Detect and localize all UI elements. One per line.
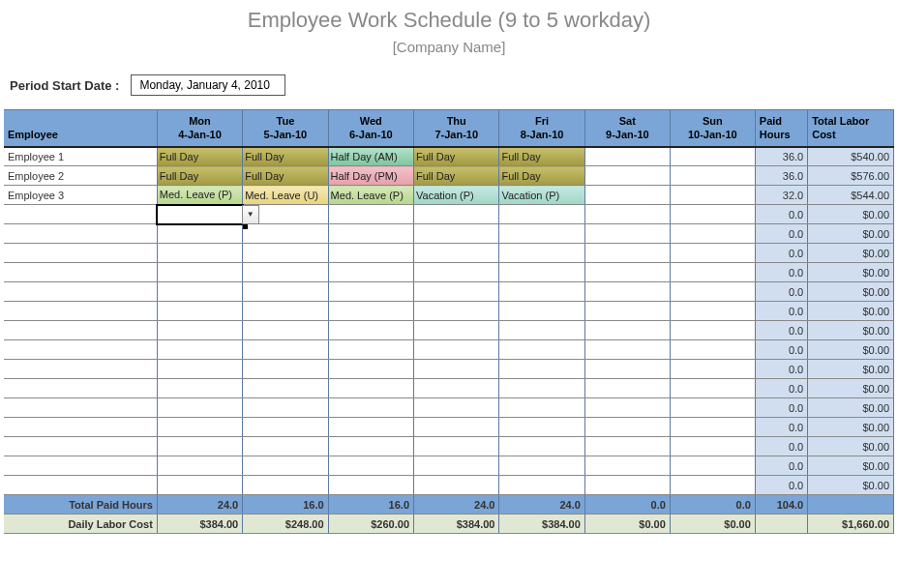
day-cell[interactable]: Full Day — [157, 147, 242, 166]
day-cell[interactable] — [328, 360, 413, 379]
day-cell[interactable] — [328, 340, 413, 360]
employee-cell[interactable] — [4, 456, 157, 476]
day-cell[interactable] — [414, 379, 499, 398]
day-cell[interactable] — [499, 340, 584, 360]
day-cell[interactable] — [670, 282, 755, 302]
day-cell[interactable] — [157, 476, 242, 495]
day-cell[interactable] — [243, 224, 328, 244]
day-cell[interactable] — [670, 244, 755, 263]
day-cell[interactable] — [499, 321, 584, 340]
day-cell[interactable] — [243, 282, 328, 302]
day-cell[interactable] — [670, 379, 755, 398]
day-cell[interactable] — [414, 263, 499, 282]
day-cell[interactable] — [499, 418, 584, 437]
day-cell[interactable]: Vacation (P) — [414, 186, 499, 205]
day-cell[interactable]: Full Day — [499, 147, 584, 166]
day-cell[interactable] — [584, 186, 670, 205]
dropdown-button[interactable]: ▼ — [242, 205, 259, 224]
employee-cell[interactable] — [4, 321, 157, 340]
day-cell[interactable] — [157, 244, 242, 263]
day-cell[interactable] — [414, 360, 499, 379]
day-cell[interactable] — [670, 205, 755, 224]
day-cell[interactable] — [670, 360, 755, 379]
employee-cell[interactable] — [4, 418, 157, 437]
day-cell[interactable] — [243, 302, 328, 321]
day-cell[interactable] — [243, 360, 328, 379]
day-cell[interactable] — [670, 418, 755, 437]
employee-cell[interactable] — [4, 244, 157, 263]
day-cell[interactable] — [584, 224, 670, 244]
day-cell[interactable] — [157, 302, 242, 321]
day-cell[interactable] — [670, 476, 755, 495]
day-cell[interactable] — [584, 476, 670, 495]
day-cell[interactable]: Half Day (PM) — [328, 166, 413, 186]
employee-cell[interactable] — [4, 224, 157, 244]
employee-cell[interactable] — [4, 398, 157, 418]
day-cell[interactable] — [328, 456, 413, 476]
day-cell[interactable] — [584, 205, 670, 224]
day-cell[interactable] — [328, 476, 413, 495]
day-cell[interactable] — [670, 224, 755, 244]
day-cell[interactable] — [584, 244, 670, 263]
day-cell[interactable] — [670, 456, 755, 476]
day-cell[interactable] — [328, 321, 413, 340]
day-cell[interactable] — [328, 379, 413, 398]
employee-cell[interactable] — [4, 476, 157, 495]
day-cell[interactable] — [414, 244, 499, 263]
day-cell[interactable] — [157, 224, 242, 244]
day-cell[interactable] — [670, 166, 755, 186]
day-cell[interactable] — [670, 147, 755, 166]
employee-cell[interactable] — [4, 205, 157, 224]
day-cell[interactable] — [499, 456, 584, 476]
day-cell[interactable] — [157, 360, 242, 379]
day-cell[interactable]: ▼ — [157, 205, 242, 224]
day-cell[interactable] — [670, 321, 755, 340]
day-cell[interactable] — [414, 302, 499, 321]
employee-cell[interactable] — [4, 340, 157, 360]
day-cell[interactable] — [157, 418, 242, 437]
day-cell[interactable] — [670, 302, 755, 321]
day-cell[interactable] — [414, 418, 499, 437]
employee-cell[interactable] — [4, 437, 157, 456]
day-cell[interactable] — [157, 321, 242, 340]
day-cell[interactable] — [414, 224, 499, 244]
day-cell[interactable]: Full Day — [499, 166, 584, 186]
day-cell[interactable] — [584, 147, 670, 166]
day-cell[interactable]: Full Day — [243, 147, 328, 166]
day-cell[interactable] — [499, 205, 584, 224]
day-cell[interactable] — [243, 321, 328, 340]
day-cell[interactable]: Full Day — [414, 147, 499, 166]
employee-cell[interactable] — [4, 282, 157, 302]
employee-cell[interactable]: Employee 3 — [4, 186, 157, 205]
day-cell[interactable] — [243, 340, 328, 360]
day-cell[interactable] — [328, 205, 413, 224]
day-cell[interactable] — [414, 398, 499, 418]
day-cell[interactable] — [584, 282, 670, 302]
day-cell[interactable] — [414, 456, 499, 476]
employee-cell[interactable]: Employee 1 — [4, 147, 157, 166]
day-cell[interactable] — [157, 456, 242, 476]
day-cell[interactable] — [670, 398, 755, 418]
day-cell[interactable] — [584, 166, 670, 186]
day-cell[interactable] — [157, 340, 242, 360]
day-cell[interactable]: Full Day — [414, 166, 499, 186]
day-cell[interactable] — [499, 437, 584, 456]
employee-cell[interactable]: Employee 2 — [4, 166, 157, 186]
day-cell[interactable] — [584, 263, 670, 282]
day-cell[interactable] — [328, 418, 413, 437]
day-cell[interactable] — [670, 186, 755, 205]
employee-cell[interactable] — [4, 302, 157, 321]
day-cell[interactable] — [243, 418, 328, 437]
day-cell[interactable] — [499, 244, 584, 263]
day-cell[interactable] — [328, 244, 413, 263]
day-cell[interactable] — [414, 437, 499, 456]
day-cell[interactable] — [499, 360, 584, 379]
day-cell[interactable] — [499, 398, 584, 418]
day-cell[interactable] — [243, 263, 328, 282]
day-cell[interactable] — [414, 282, 499, 302]
day-cell[interactable]: Full Day — [243, 166, 328, 186]
day-cell[interactable]: Med. Leave (P) — [157, 186, 242, 205]
day-cell[interactable] — [499, 476, 584, 495]
day-cell[interactable]: Med. Leave (P) — [328, 186, 413, 205]
day-cell[interactable] — [243, 244, 328, 263]
